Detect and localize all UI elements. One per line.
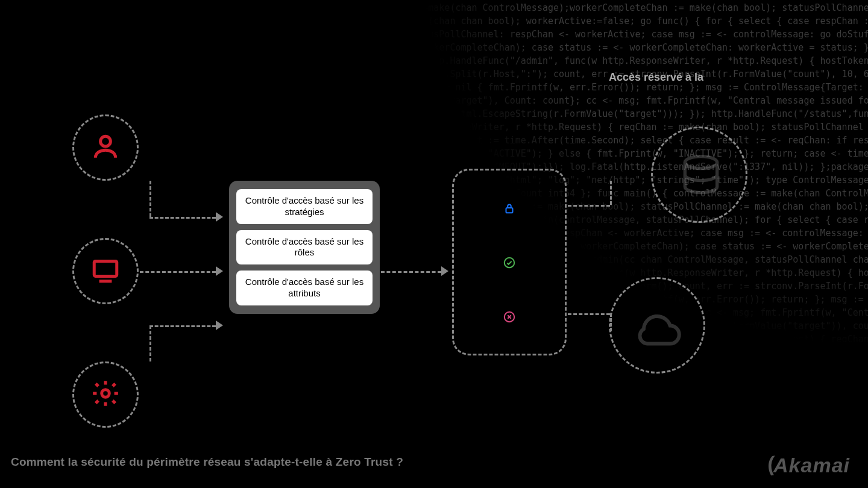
lock-icon — [502, 201, 517, 216]
svg-point-0 — [101, 136, 111, 146]
access-control-item: Contrôle d'accès basé sur les attributs — [236, 271, 373, 305]
target-cloud — [609, 277, 705, 374]
monitor-icon — [90, 255, 121, 287]
connector — [149, 325, 216, 327]
svg-rect-3 — [506, 208, 513, 213]
identity-device — [72, 238, 139, 304]
identity-user — [72, 114, 139, 181]
svg-rect-1 — [94, 261, 117, 276]
access-control-box: Contrôle d'accès basé sur les stratégies… — [229, 181, 380, 314]
check-circle-icon — [502, 255, 517, 271]
target-datacenter — [651, 127, 747, 223]
database-icon — [677, 152, 725, 201]
arrow-head-icon — [216, 212, 223, 222]
cloud-icon — [632, 303, 686, 357]
connector — [568, 313, 610, 315]
connector — [140, 271, 216, 273]
evaluation-panel — [452, 169, 567, 355]
svg-point-2 — [102, 390, 110, 398]
connector — [610, 181, 612, 205]
x-circle-icon — [502, 309, 517, 325]
arrow-head-icon — [441, 266, 448, 276]
connector — [568, 205, 610, 207]
brand-logo: (Akamai — [766, 454, 850, 477]
arrow-head-icon — [216, 321, 223, 330]
diagram-caption: Comment la sécurité du périmètre réseau … — [11, 455, 403, 469]
top-label: Accès réservé à la — [609, 71, 703, 84]
user-icon — [90, 131, 121, 164]
svg-point-6 — [685, 157, 717, 169]
gear-icon — [90, 378, 121, 411]
arrow-head-icon — [216, 266, 223, 276]
access-control-item: Contrôle d'accès basé sur les rôles — [236, 230, 373, 265]
connector — [149, 217, 216, 219]
connector — [149, 181, 151, 217]
identity-settings — [72, 361, 139, 428]
access-control-item: Contrôle d'accès basé sur les stratégies — [236, 189, 373, 224]
connector — [381, 271, 441, 273]
connector — [149, 325, 151, 361]
